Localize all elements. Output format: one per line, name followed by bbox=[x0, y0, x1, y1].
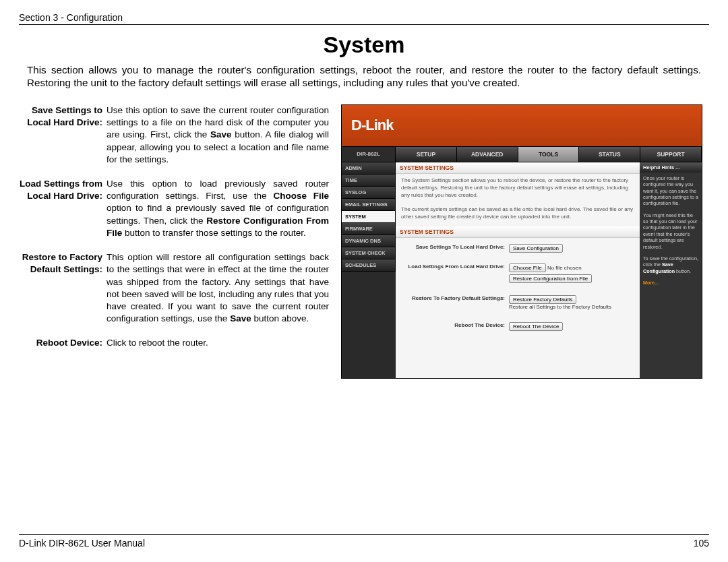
tab-setup[interactable]: SETUP bbox=[396, 147, 457, 162]
row-load-label: Load Settings From Local Hard Drive: bbox=[401, 263, 509, 270]
definition-list: Save Settings to Local Hard Drive: Use t… bbox=[19, 104, 329, 379]
row-reboot: Reboot The Device: Reboot The Device bbox=[396, 320, 640, 333]
intro-text: This section allows you to manage the ro… bbox=[27, 63, 701, 90]
sidebar-item-email[interactable]: EMAIL SETTINGS bbox=[342, 199, 396, 211]
def-save-label: Save Settings to Local Hard Drive: bbox=[19, 104, 107, 166]
sidebar-item-admin[interactable]: ADMIN bbox=[342, 162, 396, 175]
router-main: SYSTEM SETTINGS The System Settings sect… bbox=[396, 162, 640, 378]
def-load-label: Load Settings from Local Hard Drive: bbox=[19, 178, 107, 239]
hints-p2: You might need this file so that you can… bbox=[640, 210, 702, 253]
tab-advanced[interactable]: ADVANCED bbox=[457, 147, 518, 162]
sidebar-item-schedules[interactable]: SCHEDULES bbox=[342, 259, 396, 272]
restore-from-file-button[interactable]: Restore Configuration from File bbox=[509, 274, 592, 283]
def-restore-body: This option will restore all configurati… bbox=[107, 251, 329, 325]
router-model: DIR-862L bbox=[342, 147, 396, 162]
hints-p3: To save the configuration, click the Sav… bbox=[640, 253, 702, 277]
tab-support[interactable]: SUPPORT bbox=[640, 147, 702, 162]
row-load: Load Settings From Local Hard Drive: Cho… bbox=[396, 261, 640, 285]
dlink-logo: D-Link bbox=[351, 117, 393, 134]
router-sidebar: ADMIN TIME SYSLOG EMAIL SETTINGS SYSTEM … bbox=[342, 162, 396, 378]
restore-factory-button[interactable]: Restore Factory Defaults bbox=[509, 295, 576, 304]
sidebar-item-syscheck[interactable]: SYSTEM CHECK bbox=[342, 247, 396, 259]
def-restore-p2: button above. bbox=[251, 313, 309, 323]
row-save: Save Settings To Local Hard Drive: Save … bbox=[396, 242, 640, 255]
hints-title: Helpful Hints ... bbox=[640, 162, 702, 173]
router-tabs: DIR-862L SETUP ADVANCED TOOLS STATUS SUP… bbox=[342, 147, 702, 162]
def-load-body: Use this option to load previously saved… bbox=[107, 178, 329, 239]
def-reboot: Reboot Device: Click to reboot the route… bbox=[19, 337, 329, 349]
tab-tools[interactable]: TOOLS bbox=[518, 147, 580, 162]
sidebar-item-time[interactable]: TIME bbox=[342, 175, 396, 187]
page-footer: D-Link DIR-862L User Manual 105 bbox=[19, 534, 709, 549]
row-save-label: Save Settings To Local Hard Drive: bbox=[401, 244, 509, 251]
row-reboot-label: Reboot The Device: bbox=[401, 322, 509, 329]
sidebar-item-firmware[interactable]: FIRMWARE bbox=[342, 223, 396, 235]
row-factory-label: Restore To Factory Default Settings: bbox=[401, 295, 509, 302]
def-load-b1: Choose File bbox=[273, 191, 329, 201]
panel1-desc2: The current system settings can be saved… bbox=[401, 206, 633, 220]
page-title: System bbox=[19, 32, 709, 58]
reboot-device-button[interactable]: Reboot The Device bbox=[509, 322, 563, 331]
panel1-desc: The System Settings section allows you t… bbox=[396, 174, 640, 226]
content-row: Save Settings to Local Hard Drive: Use t… bbox=[19, 104, 709, 379]
router-banner: D-Link bbox=[342, 105, 702, 147]
router-body: ADMIN TIME SYSLOG EMAIL SETTINGS SYSTEM … bbox=[342, 162, 702, 378]
save-config-button[interactable]: Save Configuration bbox=[509, 244, 563, 253]
panel2-title: SYSTEM SETTINGS bbox=[396, 226, 640, 238]
hints-p3c: button. bbox=[675, 268, 691, 274]
def-save: Save Settings to Local Hard Drive: Use t… bbox=[19, 104, 329, 166]
def-restore-label: Restore to Factory Default Settings: bbox=[19, 251, 107, 325]
panel1-title: SYSTEM SETTINGS bbox=[396, 162, 640, 174]
restore-factory-text: Restore all Settings to the Factory Defa… bbox=[509, 304, 611, 310]
def-restore: Restore to Factory Default Settings: Thi… bbox=[19, 251, 329, 325]
def-restore-b1: Save bbox=[230, 313, 251, 323]
def-save-b1: Save bbox=[210, 129, 232, 139]
choose-file-button[interactable]: Choose File bbox=[509, 263, 546, 272]
row-factory: Restore To Factory Default Settings: Res… bbox=[396, 293, 640, 312]
router-screenshot: D-Link DIR-862L SETUP ADVANCED TOOLS STA… bbox=[341, 104, 702, 379]
tab-status[interactable]: STATUS bbox=[579, 147, 640, 162]
def-reboot-body: Click to reboot the router. bbox=[107, 337, 329, 349]
footer-page-number: 105 bbox=[694, 538, 709, 549]
sidebar-item-ddns[interactable]: DYNAMIC DNS bbox=[342, 235, 396, 247]
def-load-p3: button to transfer those settings to the… bbox=[122, 228, 305, 238]
sidebar-item-system[interactable]: SYSTEM bbox=[342, 211, 396, 223]
page-header: Section 3 - Configuration bbox=[19, 12, 709, 25]
router-hints: Helpful Hints ... Once your router is co… bbox=[640, 162, 702, 378]
dlink-logo-text: D-Link bbox=[351, 117, 393, 134]
hints-more-link[interactable]: More... bbox=[640, 277, 702, 288]
sidebar-item-syslog[interactable]: SYSLOG bbox=[342, 187, 396, 199]
def-save-body: Use this option to save the current rout… bbox=[107, 104, 329, 166]
footer-left: D-Link DIR-862L User Manual bbox=[19, 538, 145, 549]
def-reboot-label: Reboot Device: bbox=[19, 337, 107, 349]
panel1-desc1: The System Settings section allows you t… bbox=[401, 177, 628, 198]
hints-p1: Once your router is configured the way y… bbox=[640, 173, 702, 210]
choose-file-text: No file chosen bbox=[547, 265, 582, 271]
def-load: Load Settings from Local Hard Drive: Use… bbox=[19, 178, 329, 239]
